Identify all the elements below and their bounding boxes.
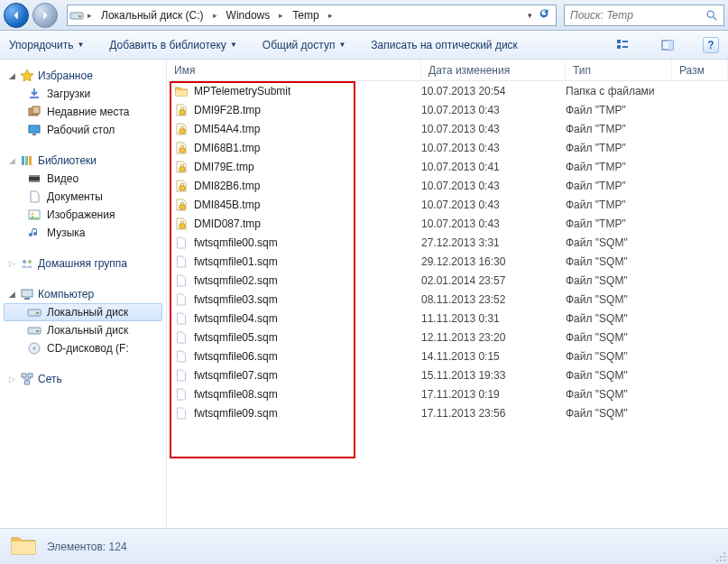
file-type: Файл "SQM": [566, 255, 692, 268]
sidebar-item-local-disk-2[interactable]: Локальный диск: [4, 321, 162, 339]
file-type: Файл "TMP": [566, 180, 692, 192]
file-name: fwtsqmfile07.sqm: [194, 369, 278, 382]
file-icon: [174, 387, 189, 402]
toolbar: Упорядочить▼ Добавить в библиотеку▼ Общи…: [0, 31, 728, 60]
expand-icon: ▷: [7, 259, 16, 268]
sidebar-item-pictures[interactable]: Изображения: [4, 206, 162, 224]
chevron-down-icon[interactable]: ▾: [524, 11, 536, 20]
add-library-button[interactable]: Добавить в библиотеку▼: [109, 39, 236, 51]
file-list[interactable]: MPTelemetrySubmit10.07.2013 20:54Папка с…: [167, 81, 728, 422]
svg-rect-12: [32, 106, 40, 114]
file-row[interactable]: DMI54A4.tmp10.07.2013 0:43Файл "TMP": [167, 119, 728, 138]
sidebar-item-desktop[interactable]: Рабочий стол: [4, 121, 162, 139]
file-row[interactable]: DMI68B1.tmp10.07.2013 0:43Файл "TMP": [167, 138, 728, 157]
back-button[interactable]: [4, 3, 29, 28]
file-type: Файл "TMP": [566, 123, 692, 135]
sidebar-item-local-disk-1[interactable]: Локальный диск: [4, 303, 162, 321]
search-box[interactable]: [564, 5, 724, 26]
help-button[interactable]: ?: [703, 37, 719, 53]
file-type: Файл "SQM": [566, 388, 692, 401]
homegroup-label: Домашняя группа: [38, 257, 127, 270]
svg-rect-13: [29, 125, 40, 133]
file-row[interactable]: fwtsqmfile02.sqm02.01.2014 23:57Файл "SQ…: [167, 271, 728, 290]
file-type: Файл "TMP": [566, 161, 692, 173]
libraries-label: Библиотеки: [38, 154, 97, 167]
breadcrumb-item[interactable]: Temp: [287, 9, 324, 22]
svg-rect-35: [25, 381, 30, 384]
sidebar-item-cd-drive[interactable]: CD-дисковод (F:: [4, 339, 162, 357]
breadcrumb-item[interactable]: Windows: [221, 9, 276, 22]
favorites-group[interactable]: ◢ Избранное: [4, 67, 162, 85]
column-name[interactable]: Имя: [167, 60, 421, 80]
svg-point-44: [723, 556, 725, 558]
lock-icon: [174, 198, 189, 212]
refresh-button[interactable]: [538, 7, 550, 23]
file-name: DMI68B1.tmp: [194, 142, 260, 154]
sidebar-item-downloads[interactable]: Загрузки: [4, 85, 162, 103]
column-date[interactable]: Дата изменения: [421, 60, 566, 80]
file-row[interactable]: fwtsqmfile03.sqm08.11.2013 23:52Файл "SQ…: [167, 290, 728, 309]
file-row[interactable]: MPTelemetrySubmit10.07.2013 20:54Папка с…: [167, 81, 728, 100]
file-row[interactable]: fwtsqmfile01.sqm29.12.2013 16:30Файл "SQ…: [167, 252, 728, 271]
svg-rect-36: [180, 110, 185, 115]
column-headers[interactable]: Имя Дата изменения Тип Разм: [167, 60, 728, 81]
svg-rect-20: [29, 180, 40, 182]
file-row[interactable]: DMID087.tmp10.07.2013 0:43Файл "TMP": [167, 214, 728, 233]
file-row[interactable]: DMI82B6.tmp10.07.2013 0:43Файл "TMP": [167, 176, 728, 195]
file-name: fwtsqmfile04.sqm: [194, 312, 278, 325]
libraries-group[interactable]: ◢ Библиотеки: [4, 152, 162, 170]
column-type[interactable]: Тип: [566, 60, 672, 80]
help-icon: ?: [707, 39, 714, 51]
svg-rect-30: [36, 330, 39, 332]
file-name: fwtsqmfile01.sqm: [194, 255, 278, 268]
file-row[interactable]: fwtsqmfile00.sqm27.12.2013 3:31Файл "SQM…: [167, 233, 728, 252]
svg-rect-37: [180, 129, 185, 134]
svg-point-47: [720, 559, 722, 561]
column-size[interactable]: Разм: [672, 60, 728, 80]
organize-button[interactable]: Упорядочить▼: [9, 39, 84, 51]
file-date: 10.07.2013 0:43: [421, 123, 566, 135]
svg-rect-34: [28, 374, 32, 377]
file-row[interactable]: fwtsqmfile04.sqm11.11.2013 0:31Файл "SQM…: [167, 309, 728, 328]
sidebar-item-recent[interactable]: Недавние места: [4, 103, 162, 121]
lock-icon: [174, 160, 189, 174]
collapse-icon: ◢: [7, 71, 16, 80]
status-label: Элементов:: [47, 541, 106, 553]
file-date: 27.12.2013 3:31: [421, 236, 566, 249]
file-date: 10.07.2013 0:43: [421, 104, 566, 116]
search-input[interactable]: [570, 9, 705, 22]
chevron-right-icon: ▸: [211, 11, 219, 20]
file-icon: [174, 406, 189, 421]
computer-group[interactable]: ◢ Компьютер: [4, 285, 162, 303]
file-row[interactable]: fwtsqmfile08.sqm17.11.2013 0:19Файл "SQM…: [167, 384, 728, 403]
favorites-label: Избранное: [38, 69, 93, 82]
breadcrumb-item[interactable]: Локальный диск (C:): [96, 9, 209, 22]
preview-button[interactable]: [658, 35, 677, 55]
file-type: Файл "TMP": [566, 217, 692, 230]
file-row[interactable]: fwtsqmfile07.sqm15.11.2013 19:33Файл "SQ…: [167, 365, 728, 384]
expand-icon: ◢: [7, 156, 16, 165]
view-button[interactable]: [613, 35, 632, 55]
file-row[interactable]: DMI79E.tmp10.07.2013 0:41Файл "TMP": [167, 157, 728, 176]
resize-grip-icon[interactable]: [715, 551, 726, 562]
file-row[interactable]: fwtsqmfile09.sqm17.11.2013 23:56Файл "SQ…: [167, 403, 728, 422]
sidebar-item-music[interactable]: Музыка: [4, 224, 162, 242]
lock-icon: [174, 103, 189, 117]
file-icon: [174, 292, 189, 307]
forward-button[interactable]: [32, 3, 58, 28]
drive-icon: [69, 8, 84, 23]
burn-button[interactable]: Записать на оптический диск: [371, 39, 518, 51]
breadcrumb[interactable]: ▸ Локальный диск (C:) ▸ Windows ▸ Temp ▸…: [67, 5, 557, 26]
sidebar-item-video[interactable]: Видео: [4, 170, 162, 188]
homegroup-group[interactable]: ▷ Домашняя группа: [4, 254, 162, 273]
file-date: 10.07.2013 0:41: [421, 161, 566, 173]
file-row[interactable]: fwtsqmfile06.sqm14.11.2013 0:15Файл "SQM…: [167, 347, 728, 365]
file-row[interactable]: fwtsqmfile05.sqm12.11.2013 23:20Файл "SQ…: [167, 328, 728, 347]
file-name: DMI54A4.tmp: [194, 123, 260, 135]
share-button[interactable]: Общий доступ▼: [263, 39, 346, 51]
file-row[interactable]: DMI845B.tmp10.07.2013 0:43Файл "TMP": [167, 195, 728, 214]
sidebar-item-documents[interactable]: Документы: [4, 188, 162, 206]
file-row[interactable]: DMI9F2B.tmp10.07.2013 0:43Файл "TMP": [167, 100, 728, 119]
file-type: Файл "SQM": [566, 236, 692, 249]
network-group[interactable]: ▷ Сеть: [4, 370, 162, 388]
